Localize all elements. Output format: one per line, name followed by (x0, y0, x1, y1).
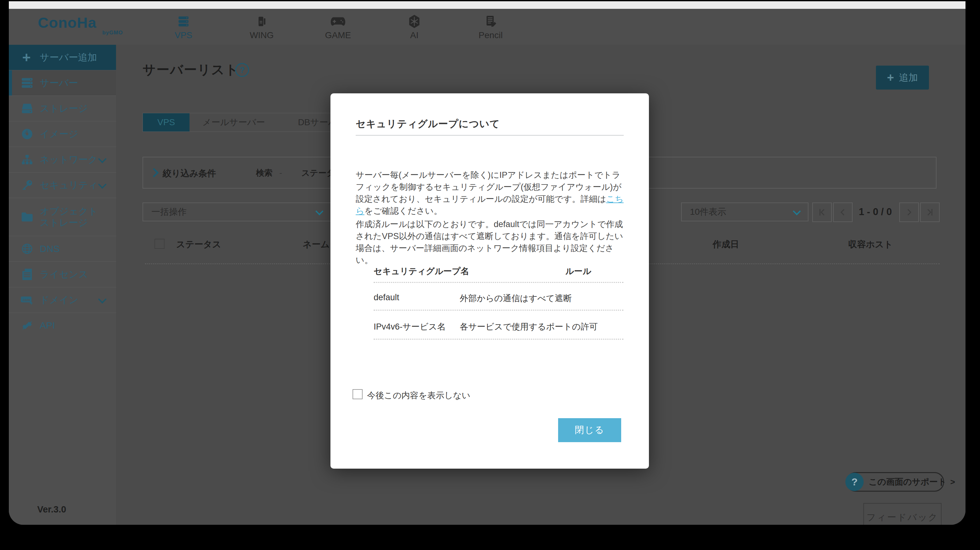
close-button[interactable]: 閉じる (558, 418, 621, 442)
browser-top-strip (9, 1, 966, 9)
table-row-rule: 外部からの通信はすべて遮断 (460, 293, 572, 304)
modal-paragraph-1: サーバー毎(メールサーバーを除く)にIPアドレスまたはポートでトラフィックを制御… (356, 169, 627, 217)
table-divider (374, 310, 624, 311)
table-divider (374, 339, 624, 340)
table-row-group-name: IPv4v6-サービス名 (374, 321, 445, 332)
app-window: ConoHa byGMO VPS WING (9, 1, 966, 525)
modal-title-divider (356, 135, 624, 136)
paragraph-text: サーバー毎(メールサーバーを除く)にIPアドレスまたはポートでトラフィックを制御… (356, 170, 622, 204)
paragraph-text: をご確認ください。 (364, 206, 442, 216)
dont-show-again-label: 今後この内容を表示しない (367, 390, 471, 401)
modal-title: セキュリティグループについて (356, 117, 500, 131)
table-row-rule: 各サービスで使用するポートの許可 (460, 321, 598, 332)
table-divider (374, 282, 624, 283)
table-row-group-name: default (374, 293, 399, 303)
dont-show-again-checkbox[interactable] (353, 389, 363, 399)
close-button-label: 閉じる (575, 424, 605, 437)
modal-table-header-rule: ルール (565, 266, 591, 277)
security-group-modal: セキュリティグループについて サーバー毎(メールサーバーを除く)にIPアドレスま… (331, 93, 649, 469)
modal-table-header-group-name: セキュリティグループ名 (374, 266, 469, 277)
modal-paragraph-2: 作成済ルールは以下のとおりです。defaultでは同一アカウントで作成されたVP… (356, 218, 627, 266)
